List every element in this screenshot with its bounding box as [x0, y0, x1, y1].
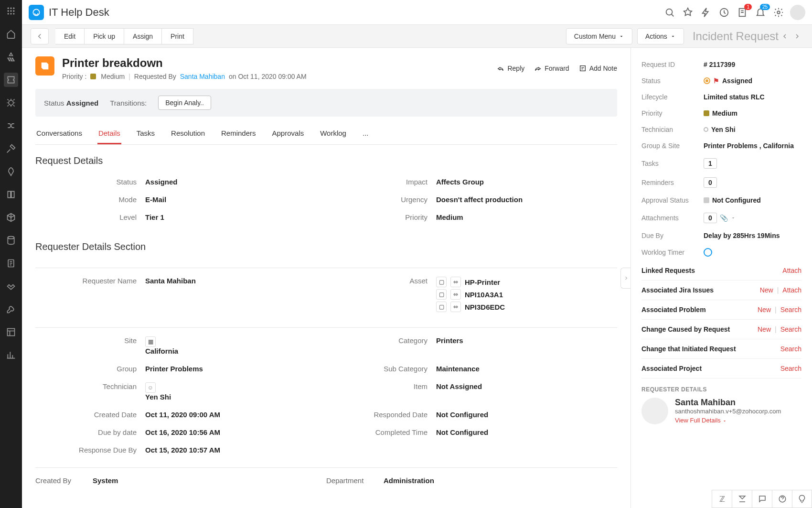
left-rail: [0, 0, 22, 508]
jira-new[interactable]: New: [760, 286, 773, 294]
next-record-button[interactable]: [791, 30, 803, 43]
bb-chat-icon[interactable]: [752, 490, 772, 508]
timer-icon[interactable]: [704, 248, 712, 257]
tab-tasks[interactable]: Tasks: [136, 123, 156, 144]
bolt-icon[interactable]: [699, 6, 713, 19]
change-caused-search[interactable]: Search: [780, 325, 801, 333]
rp-attachments-count[interactable]: 0: [704, 213, 717, 223]
action-bar: Edit Pick up Assign Print Custom Menu Ac…: [22, 25, 812, 48]
project-search[interactable]: Search: [780, 365, 801, 372]
problem-search[interactable]: Search: [780, 306, 801, 313]
tab-details[interactable]: Details: [97, 123, 121, 144]
tab-more[interactable]: ...: [362, 123, 370, 144]
field-requester-name: Santa Mahiban: [145, 277, 326, 314]
history-icon[interactable]: [717, 6, 731, 19]
rp-technician: Yen Shi: [704, 126, 801, 133]
linked-requests-label: Linked Requests: [641, 267, 695, 274]
assign-button[interactable]: Assign: [124, 28, 162, 44]
rail-handshake-icon[interactable]: [4, 279, 18, 293]
begin-transition-button[interactable]: Begin Analy..: [158, 96, 211, 110]
field-group: Printer Problems: [145, 365, 326, 373]
field-subcategory: Maintenance: [436, 365, 617, 373]
requester-name: Santa Mahiban: [675, 398, 781, 408]
user-avatar[interactable]: [790, 5, 805, 20]
tab-conversations[interactable]: Conversations: [35, 123, 83, 144]
actions-dropdown[interactable]: Actions: [637, 28, 684, 44]
field-mode: E-Mail: [145, 195, 326, 204]
rail-layout-icon[interactable]: [4, 325, 18, 339]
field-department: Administration: [384, 476, 617, 485]
tab-reminders[interactable]: Reminders: [220, 123, 257, 144]
rail-shuffle-icon[interactable]: [4, 119, 18, 133]
linked-requests-attach[interactable]: Attach: [782, 267, 801, 274]
pin-icon[interactable]: [681, 6, 694, 19]
requester-link[interactable]: Santa Mahiban: [180, 73, 225, 80]
back-button[interactable]: [31, 28, 49, 44]
prev-record-button[interactable]: [779, 30, 791, 43]
rail-home-icon[interactable]: [4, 27, 18, 41]
search-icon[interactable]: [663, 6, 676, 19]
field-responded-date: Not Configured: [436, 411, 617, 419]
rp-approval-status: Not Configured: [704, 196, 801, 204]
requested-on: on Oct 11, 2020 09:00 AM: [229, 73, 307, 80]
rail-apps-icon[interactable]: [4, 4, 18, 18]
change-caused-new[interactable]: New: [758, 325, 771, 333]
expand-sidebar-button[interactable]: [620, 268, 630, 289]
rail-integrate-icon[interactable]: [4, 50, 18, 64]
rail-tools-icon[interactable]: [4, 141, 18, 156]
bb-bulb-icon[interactable]: [792, 490, 812, 508]
transitions-label: Transitions:: [110, 99, 147, 107]
bb-compose-icon[interactable]: [732, 490, 752, 508]
building-icon: ▦: [145, 336, 156, 347]
rail-doc-icon[interactable]: [4, 256, 18, 270]
svg-point-17: [777, 11, 780, 14]
edit-button[interactable]: Edit: [55, 28, 85, 44]
rail-book-icon[interactable]: [4, 187, 18, 202]
rp-priority: Medium: [704, 109, 801, 117]
rail-chart-icon[interactable]: [4, 348, 18, 362]
problem-new[interactable]: New: [758, 306, 771, 313]
rail-rocket-icon[interactable]: [4, 164, 18, 179]
rp-request-id: # 2117399: [704, 61, 801, 68]
custom-menu-dropdown[interactable]: Custom Menu: [566, 28, 632, 44]
rail-database-icon[interactable]: [4, 233, 18, 248]
print-button[interactable]: Print: [162, 28, 193, 44]
bb-help-icon[interactable]: [772, 490, 792, 508]
change-init-search[interactable]: Search: [780, 345, 801, 353]
rp-reminders-count[interactable]: 0: [704, 177, 717, 188]
svg-point-6: [8, 13, 9, 14]
reply-button[interactable]: Reply: [497, 65, 524, 72]
link-icon: ⇔: [450, 302, 461, 312]
add-note-button[interactable]: Add Note: [579, 65, 617, 72]
jira-attach[interactable]: Attach: [782, 286, 801, 294]
notifications-icon[interactable]: 25: [754, 6, 767, 19]
svg-rect-12: [8, 329, 15, 336]
alerts-icon[interactable]: 1: [736, 6, 749, 19]
forward-button[interactable]: Forward: [534, 65, 569, 72]
rp-status: ⚑Assigned: [704, 77, 801, 85]
rail-ticket-icon[interactable]: [4, 73, 18, 87]
link-icon: ⇔: [450, 289, 461, 300]
rail-cube-icon[interactable]: [4, 210, 18, 225]
view-full-details-link[interactable]: View Full Details: [675, 417, 781, 424]
svg-point-1: [10, 8, 11, 9]
tab-resolution[interactable]: Resolution: [170, 123, 206, 144]
paperclip-icon[interactable]: 📎: [720, 214, 728, 222]
tab-approvals[interactable]: Approvals: [271, 123, 305, 144]
gear-icon[interactable]: [772, 6, 785, 19]
rp-due-by: Delay by 285Hrs 19Mins: [704, 232, 801, 239]
pickup-button[interactable]: Pick up: [85, 28, 124, 44]
rail-bug-icon[interactable]: [4, 96, 18, 110]
field-assets: ▢⇔HP-Printer ▢⇔NPI10A3A1 ▢⇔NPI3D6EDC: [436, 277, 617, 314]
project-label: Associated Project: [641, 365, 702, 372]
bb-assistant-icon[interactable]: ℤ: [712, 490, 732, 508]
rail-wrench-icon[interactable]: [4, 302, 18, 316]
svg-point-3: [8, 10, 9, 11]
field-impact: Affects Group: [436, 178, 617, 186]
field-completed: Not Configured: [436, 428, 617, 436]
rp-tasks-count[interactable]: 1: [704, 158, 717, 169]
section-requester-details: Requester Details Section: [35, 241, 617, 252]
tab-worklog[interactable]: Worklog: [319, 123, 347, 144]
problem-label: Associated Problem: [641, 306, 706, 313]
chevron-down-icon[interactable]: [731, 216, 736, 220]
